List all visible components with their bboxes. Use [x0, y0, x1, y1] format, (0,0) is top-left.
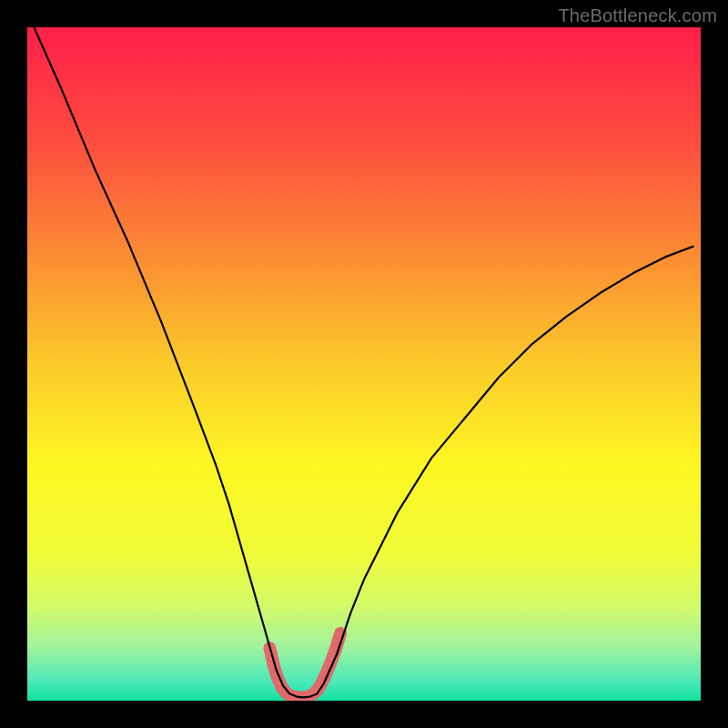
chart-background [27, 27, 701, 701]
watermark-text: TheBottleneck.com [558, 5, 717, 26]
chart-frame [27, 27, 701, 701]
svg-rect-0 [27, 27, 701, 701]
